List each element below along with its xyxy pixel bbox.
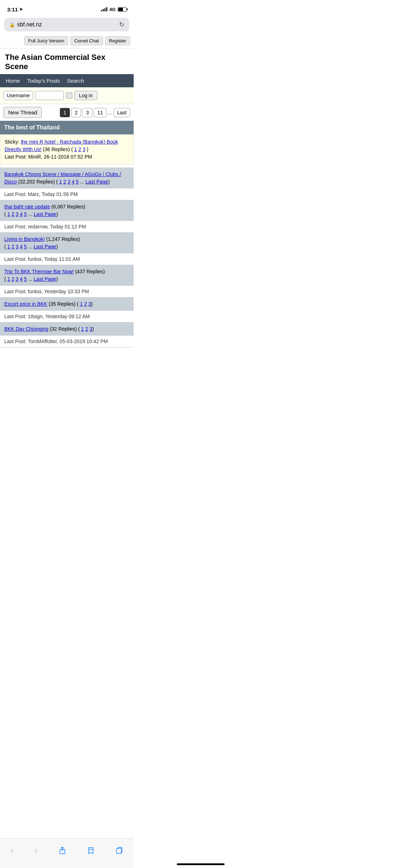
page-1-button[interactable]: 1 xyxy=(60,108,70,117)
page-title: The Asian Commercial Sex Scene xyxy=(0,48,134,74)
main-nav: Home Today's Posts Search xyxy=(0,74,134,87)
t4-p4[interactable]: 4 xyxy=(20,276,23,282)
thread-title-text: Bangkok Chiong Scene / Massage / AGoGo /… xyxy=(4,171,129,186)
thread-last-post-text: Last Post: TomMAffolter, 05-03-2019 10:4… xyxy=(4,339,108,344)
page-last-button[interactable]: Last xyxy=(114,108,130,117)
thread-title-row: Trip To BKK Thermae Bar Now! (437 Replie… xyxy=(0,265,134,286)
sticky-page-3[interactable]: 3 xyxy=(83,146,86,152)
t3-p2[interactable]: 2 xyxy=(11,244,14,249)
sticky-last-post: Last Post: MiniR, 26-11-2018 07:52 PM xyxy=(5,154,92,160)
section-header-text: The best of Thailand xyxy=(4,124,60,130)
status-time: 3:11 ➤ xyxy=(7,6,23,12)
thread-last-post: Last Post: Marz, Today 01:56 PM xyxy=(0,188,134,200)
thread-title-link[interactable]: Living in Bangkok! xyxy=(4,236,45,242)
page-dots: ... xyxy=(108,110,112,115)
t3-lastpage[interactable]: Last Page xyxy=(34,244,56,249)
thread-item: BKK Day Chionging (32 Replies) ( 1 2 3) … xyxy=(0,322,134,347)
t5-p1[interactable]: 1 xyxy=(80,301,83,307)
t6-p1[interactable]: 1 xyxy=(81,326,84,332)
t4-p2[interactable]: 2 xyxy=(11,276,14,282)
t4-lastpage[interactable]: Last Page xyxy=(34,276,56,282)
sticky-page-2[interactable]: 2 xyxy=(78,146,81,152)
thread-title-row: thai baht rate update (6,067 Replies) ( … xyxy=(0,200,134,221)
t2-p2[interactable]: 2 xyxy=(11,211,14,217)
sticky-post: Sticky: the mini R hotel - Ratchada (Ban… xyxy=(0,134,134,165)
thread-title-row: Escort price in BKK (35 Replies) ( 1 2 3… xyxy=(0,298,134,311)
t4-p1[interactable]: 1 xyxy=(7,276,10,282)
remember-checkbox[interactable] xyxy=(66,92,72,99)
t6-p3[interactable]: 3 xyxy=(89,326,92,332)
username-label: Username xyxy=(4,91,33,100)
sticky-prefix: Sticky: xyxy=(5,139,21,145)
thread-title-text: Living in Bangkok! (1,247 Replies) ( 1 2… xyxy=(4,236,129,250)
section-header: The best of Thailand xyxy=(0,121,134,134)
username-input[interactable] xyxy=(35,91,64,100)
page-2-button[interactable]: 2 xyxy=(71,108,81,117)
battery-icon xyxy=(118,7,127,12)
t3-p3[interactable]: 3 xyxy=(16,244,19,249)
login-button[interactable]: Log in xyxy=(74,91,97,100)
top-nav: Full Juicy Version Comet Chat Register xyxy=(0,35,134,48)
t4-p3[interactable]: 3 xyxy=(16,276,19,282)
address-bar[interactable]: 🔒 sbf.net.nz ↻ xyxy=(4,18,129,31)
pagination: 1 2 3 11 ... Last xyxy=(60,108,130,117)
t2-lastpage[interactable]: Last Page xyxy=(34,211,56,217)
thread-last-post: Last Post: TomMAffolter, 05-03-2019 10:4… xyxy=(0,336,134,347)
nav-home[interactable]: Home xyxy=(6,78,20,84)
new-thread-button[interactable]: New Thread xyxy=(4,107,42,118)
nav-todays-posts[interactable]: Today's Posts xyxy=(27,78,60,84)
comet-chat-button[interactable]: Comet Chat xyxy=(70,36,103,45)
t3-p4[interactable]: 4 xyxy=(20,244,23,249)
thread-title-row: Bangkok Chiong Scene / Massage / AGoGo /… xyxy=(0,168,134,188)
thread-item: Escort price in BKK (35 Replies) ( 1 2 3… xyxy=(0,298,134,322)
thread-item: Living in Bangkok! (1,247 Replies) ( 1 2… xyxy=(0,233,134,265)
nav-search[interactable]: Search xyxy=(67,78,84,84)
thread-last-post-text: Last Post: Marz, Today 01:56 PM xyxy=(4,191,78,197)
thread-last-post-text: Last Post: 18sign, Yesterday 09:12 AM xyxy=(4,314,90,319)
t1-p2[interactable]: 2 xyxy=(63,179,66,185)
thread-last-post-text: Last Post: funboi, Yesterday 10:33 PM xyxy=(4,289,89,294)
signal-bars xyxy=(101,7,107,11)
thread-title-text: BKK Day Chionging (32 Replies) ( 1 2 3) xyxy=(4,325,129,333)
thread-title-link[interactable]: Trip To BKK Thermae Bar Now! xyxy=(4,269,74,274)
status-bar: 3:11 ➤ 4G xyxy=(0,0,134,16)
t2-p3[interactable]: 3 xyxy=(16,211,19,217)
url-text: sbf.net.nz xyxy=(17,21,42,28)
content-area: Full Juicy Version Comet Chat Register T… xyxy=(0,35,134,379)
thread-item: Bangkok Chiong Scene / Massage / AGoGo /… xyxy=(0,168,134,200)
thread-last-post: Last Post: redarrow, Today 01:12 PM xyxy=(0,221,134,232)
sticky-page-1[interactable]: 1 xyxy=(74,146,77,152)
login-area: Username Log in xyxy=(0,87,134,104)
thread-title-link[interactable]: thai baht rate update xyxy=(4,204,50,210)
refresh-icon[interactable]: ↻ xyxy=(119,21,124,29)
thread-item: Trip To BKK Thermae Bar Now! (437 Replie… xyxy=(0,265,134,298)
page-11-button[interactable]: 11 xyxy=(94,108,107,117)
t2-p5[interactable]: 5 xyxy=(24,211,27,217)
t2-p1[interactable]: 1 xyxy=(7,211,10,217)
t1-p5[interactable]: 5 xyxy=(76,179,79,185)
network-type: 4G xyxy=(109,7,115,12)
full-juicy-version-button[interactable]: Full Juicy Version xyxy=(24,36,68,45)
t6-p2[interactable]: 2 xyxy=(85,326,88,332)
thread-title-row: Living in Bangkok! (1,247 Replies) ( 1 2… xyxy=(0,233,134,253)
register-button[interactable]: Register xyxy=(105,36,130,45)
t2-p4[interactable]: 4 xyxy=(20,211,23,217)
t1-lastpage[interactable]: Last Page xyxy=(86,179,108,185)
thread-last-post: Last Post: funboi, Today 11:01 AM xyxy=(0,253,134,265)
t1-p3[interactable]: 3 xyxy=(67,179,70,185)
t1-p1[interactable]: 1 xyxy=(59,179,62,185)
t5-p3[interactable]: 3 xyxy=(88,301,91,307)
t4-p5[interactable]: 5 xyxy=(24,276,27,282)
t3-p5[interactable]: 5 xyxy=(24,244,27,249)
thread-title-text: Escort price in BKK (35 Replies) ( 1 2 3… xyxy=(4,300,129,308)
thread-title-link[interactable]: Escort price in BKK xyxy=(4,301,47,307)
page-3-button[interactable]: 3 xyxy=(82,108,92,117)
status-right: 4G xyxy=(101,7,127,12)
t3-p1[interactable]: 1 xyxy=(7,244,10,249)
thread-title-link[interactable]: BKK Day Chionging xyxy=(4,326,48,332)
t5-p2[interactable]: 2 xyxy=(84,301,87,307)
t1-p4[interactable]: 4 xyxy=(72,179,74,185)
thread-controls: New Thread 1 2 3 11 ... Last xyxy=(0,104,134,121)
thread-last-post: Last Post: funboi, Yesterday 10:33 PM xyxy=(0,286,134,297)
thread-last-post: Last Post: 18sign, Yesterday 09:12 AM xyxy=(0,311,134,322)
